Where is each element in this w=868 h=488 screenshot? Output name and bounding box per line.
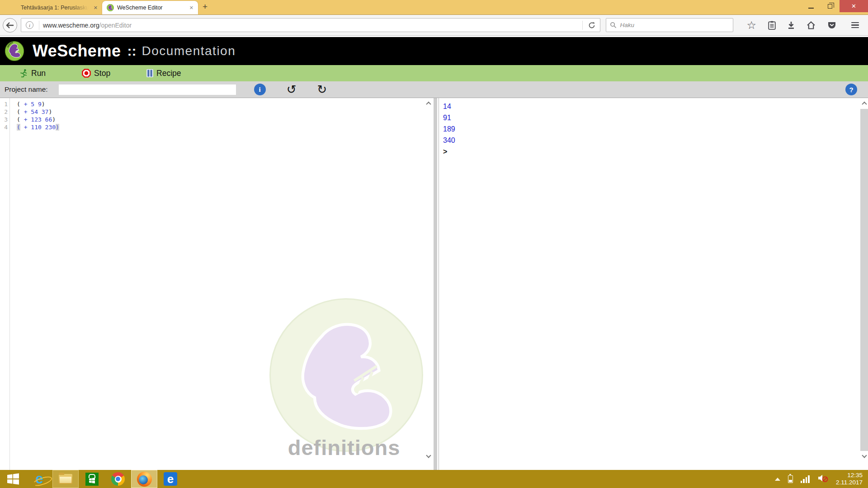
undo-icon[interactable]: ↺ xyxy=(287,84,297,95)
run-icon xyxy=(19,69,28,78)
downloads-icon[interactable] xyxy=(788,21,795,29)
screen: Tehtäväsarja 1: Peruslaskutoi ✕ WeScheme… xyxy=(0,0,868,488)
interactions-content[interactable]: 1491189340 > xyxy=(439,98,860,470)
search-icon xyxy=(610,22,617,28)
clock-date: 2.11.2017 xyxy=(836,479,863,486)
taskbar-file-explorer[interactable] xyxy=(52,470,79,488)
output-value: 340 xyxy=(443,135,860,146)
tab-close-icon[interactable]: ✕ xyxy=(94,5,98,11)
clock-time: 12:35 xyxy=(836,472,863,479)
url-text: www.wescheme.org/openEditor xyxy=(43,22,579,29)
chrome-icon xyxy=(111,472,125,486)
taskbar-firefox[interactable] xyxy=(131,470,157,488)
info-button[interactable]: i xyxy=(254,84,266,95)
recipe-button[interactable]: Recipe xyxy=(146,69,181,78)
taskbar-internet-explorer[interactable]: e xyxy=(26,470,52,488)
stop-button[interactable]: Stop xyxy=(82,69,110,78)
output-value: 189 xyxy=(443,123,860,135)
network-signal-icon[interactable] xyxy=(801,475,810,483)
url-host: www.wescheme.org xyxy=(43,22,99,29)
new-tab-button[interactable]: + xyxy=(198,1,213,14)
tab-active[interactable]: WeScheme Editor ✕ xyxy=(102,1,198,14)
browser-navbar: i www.wescheme.org/openEditor ☆ xyxy=(0,15,868,36)
scroll-down-icon[interactable] xyxy=(860,451,868,470)
code-line[interactable]: ( + 5 9) xyxy=(17,100,425,108)
menu-hamburger-icon[interactable] xyxy=(851,22,859,28)
help-button[interactable]: ? xyxy=(845,84,857,95)
line-number: 1 xyxy=(0,100,8,108)
reading-list-icon[interactable] xyxy=(768,21,776,30)
window-controls: ✕ xyxy=(802,0,868,12)
window-close-button[interactable]: ✕ xyxy=(840,0,868,12)
volume-muted-icon[interactable] xyxy=(817,474,828,484)
pocket-icon[interactable] xyxy=(827,21,836,30)
stop-label: Stop xyxy=(94,69,110,78)
tray-expand-icon[interactable] xyxy=(775,478,780,481)
code-line[interactable]: ( + 110 230) xyxy=(17,123,425,131)
reload-button[interactable] xyxy=(588,22,595,29)
search-input[interactable] xyxy=(620,22,729,28)
back-button[interactable] xyxy=(3,18,17,33)
wescheme-header: WeScheme :: Documentation xyxy=(0,37,868,65)
pane-divider[interactable] xyxy=(434,98,437,470)
scrollbar-thumb[interactable] xyxy=(860,109,868,451)
taskbar-edge[interactable]: e xyxy=(157,470,184,488)
scroll-up-icon[interactable] xyxy=(425,98,432,109)
bookmark-star-icon[interactable]: ☆ xyxy=(746,21,756,30)
minimize-icon xyxy=(808,8,814,9)
definitions-pane[interactable]: 1234 ( + 5 9)( + 54 37)( + 123 66)( + 11… xyxy=(0,98,432,470)
navbar-icons: ☆ xyxy=(741,21,859,30)
interactions-pane[interactable]: 1491189340 > xyxy=(439,98,868,470)
code-line[interactable]: ( + 54 37) xyxy=(17,108,425,116)
taskbar: e e 12:35 2.11.2017 xyxy=(0,470,868,488)
scroll-down-icon[interactable] xyxy=(425,451,432,470)
search-box[interactable] xyxy=(606,18,733,32)
url-bar[interactable]: i www.wescheme.org/openEditor xyxy=(21,18,600,32)
taskbar-windows-store[interactable] xyxy=(79,470,105,488)
run-button[interactable]: Run xyxy=(19,69,46,78)
start-button[interactable] xyxy=(0,470,26,488)
brand-title: WeScheme xyxy=(33,42,121,61)
site-info-icon[interactable]: i xyxy=(26,21,33,29)
repl-prompt[interactable]: > xyxy=(443,146,860,157)
window-minimize-button[interactable] xyxy=(802,0,821,12)
home-icon[interactable] xyxy=(807,21,816,29)
output-value: 14 xyxy=(443,101,860,112)
divider xyxy=(582,21,583,30)
system-tray: 12:35 2.11.2017 xyxy=(775,470,868,488)
tab-title: WeScheme Editor xyxy=(117,5,186,11)
stop-icon xyxy=(82,69,91,78)
interactions-scrollbar[interactable] xyxy=(860,98,868,470)
close-icon: ✕ xyxy=(851,3,856,9)
scroll-up-icon[interactable] xyxy=(860,98,868,109)
tab-title: Tehtäväsarja 1: Peruslaskutoi xyxy=(21,5,90,11)
editor-split: 1234 ( + 5 9)( + 54 37)( + 123 66)( + 11… xyxy=(0,98,868,470)
output-value: 91 xyxy=(443,112,860,123)
window-restore-button[interactable] xyxy=(821,0,840,12)
brand-separator: :: xyxy=(127,43,136,59)
wescheme-favicon-icon xyxy=(107,4,114,11)
battery-icon[interactable] xyxy=(788,475,793,483)
wescheme-logo-icon[interactable] xyxy=(5,39,24,63)
taskbar-chrome[interactable] xyxy=(105,470,131,488)
wescheme-page: WeScheme :: Documentation Run Stop Recip… xyxy=(0,36,868,470)
windows-logo-icon xyxy=(7,473,19,485)
firefox-icon xyxy=(137,472,152,487)
browser-titlebar: Tehtäväsarja 1: Peruslaskutoi ✕ WeScheme… xyxy=(0,0,868,15)
back-arrow-icon xyxy=(6,22,14,28)
wescheme-toolbar: Run Stop Recipe xyxy=(0,65,868,81)
tab-close-icon[interactable]: ✕ xyxy=(189,5,193,11)
redo-icon[interactable]: ↻ xyxy=(317,84,327,95)
project-name-row: Project name: i ↺ ↻ ? xyxy=(0,81,868,98)
taskbar-clock[interactable]: 12:35 2.11.2017 xyxy=(836,472,863,486)
tab-inactive[interactable]: Tehtäväsarja 1: Peruslaskutoi ✕ xyxy=(16,1,102,14)
code-line[interactable]: ( + 123 66) xyxy=(17,116,425,123)
internet-explorer-icon: e xyxy=(35,472,43,486)
editor-gutter: 1234 xyxy=(0,98,10,470)
project-name-input[interactable] xyxy=(59,84,236,95)
line-number: 4 xyxy=(0,123,8,131)
definitions-scrollbar[interactable] xyxy=(425,98,432,470)
restore-icon xyxy=(828,4,832,9)
file-explorer-icon xyxy=(59,474,72,484)
editor-code[interactable]: ( + 5 9)( + 54 37)( + 123 66)( + 110 230… xyxy=(10,98,425,470)
